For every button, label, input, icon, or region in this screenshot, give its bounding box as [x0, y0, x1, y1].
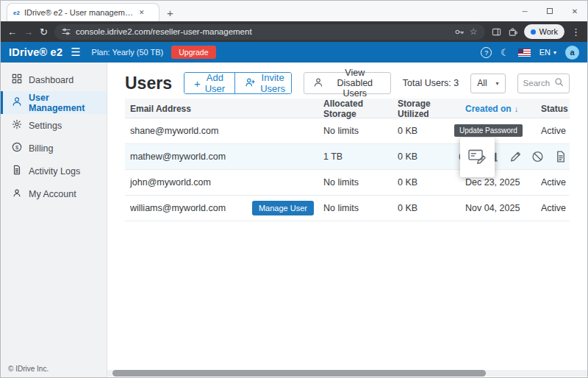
column-header-status: Status: [536, 104, 571, 114]
sidebar-item-dashboard[interactable]: Dashboard: [1, 68, 107, 91]
language-label: EN: [539, 48, 551, 57]
allocated-storage: No limits: [318, 177, 392, 188]
view-disabled-users-button[interactable]: View Disabled Users: [304, 72, 391, 94]
app-header: IDrive® e2 ☰ Plan: Yearly (50 TB) Upgrad…: [1, 42, 587, 63]
storage-utilized: 0 KB: [392, 151, 460, 162]
browser-profile-chip[interactable]: Work: [524, 24, 564, 39]
user-logs-icon[interactable]: [554, 151, 567, 163]
disable-user-icon[interactable]: [531, 151, 544, 163]
upgrade-button[interactable]: Upgrade: [171, 46, 215, 59]
user-email: mathew@myworld.com: [125, 151, 318, 162]
plus-icon: +: [194, 77, 201, 90]
site-info-icon[interactable]: [62, 27, 71, 36]
sidebar-item-user-management[interactable]: User Management: [1, 91, 107, 114]
sidebar-item-my-account[interactable]: My Account: [1, 182, 107, 205]
column-header-created-on[interactable]: Created on ↓: [460, 104, 536, 114]
window-close-button[interactable]: ✕: [562, 1, 587, 21]
status-label: Active: [536, 126, 571, 136]
invite-user-icon: [245, 77, 256, 90]
sidebar-item-label: Billing: [29, 143, 53, 154]
refresh-icon[interactable]: ↻: [40, 27, 48, 37]
total-users-label: Total Users: 3: [403, 78, 459, 88]
sidebar-item-label: Settings: [29, 121, 62, 131]
created-on-label: Created on: [465, 104, 512, 114]
user-icon: [12, 96, 22, 109]
email-cell: williams@myworld.com Manage User: [125, 201, 318, 215]
user-filter-select[interactable]: All ▾: [470, 74, 505, 93]
sidebar-item-activity-logs[interactable]: Activity Logs: [1, 160, 107, 182]
horizontal-scrollbar-thumb[interactable]: [112, 370, 486, 377]
filter-value: All: [477, 78, 487, 88]
user-email: shane@myworld.com: [125, 126, 318, 136]
allocated-storage: 1 TB: [318, 151, 392, 162]
sidebar-item-billing[interactable]: $ Billing: [1, 137, 107, 160]
window-controls: ─ ✕: [512, 1, 587, 21]
table-row[interactable]: john@myworld.com No limits 0 KB Dec 23, …: [125, 170, 570, 196]
chevron-down-icon: ▾: [553, 49, 556, 56]
user-email: williams@myworld.com: [130, 203, 226, 213]
created-on: Dec 23, 2025: [460, 177, 536, 188]
dashboard-icon: [12, 74, 22, 86]
allocated-storage: No limits: [318, 203, 392, 213]
copyright-label: © IDrive Inc.: [8, 365, 49, 373]
bookmark-star-icon[interactable]: ☆: [470, 26, 478, 37]
search-icon[interactable]: [554, 76, 564, 90]
us-flag-icon: [518, 49, 531, 57]
browser-tab[interactable]: e2 IDrive® e2 - User management ✕: [7, 3, 159, 21]
browser-window: e2 IDrive® e2 - User management ✕ + ─ ✕ …: [0, 0, 588, 378]
hamburger-menu-icon[interactable]: ☰: [71, 46, 80, 59]
column-header-email: Email Address: [125, 104, 318, 114]
svg-text:$: $: [15, 144, 19, 151]
tab-close-icon[interactable]: ✕: [139, 9, 145, 16]
update-password-popup[interactable]: [460, 138, 495, 177]
extensions-icon[interactable]: [508, 27, 517, 37]
app-body: Dashboard User Management Settings $ Bil…: [1, 63, 587, 378]
window-maximize-button[interactable]: [537, 1, 562, 21]
browser-menu-icon[interactable]: ⋮: [571, 26, 581, 38]
invite-users-label: Invite Users: [260, 72, 285, 94]
sidebar-item-label: User Management: [29, 93, 107, 113]
storage-utilized: 0 KB: [392, 126, 460, 136]
sidebar-item-settings[interactable]: Settings: [1, 114, 107, 137]
add-user-label: Add User: [205, 72, 225, 94]
column-header-utilized: Storage Utilized: [392, 99, 460, 119]
horizontal-scrollbar-track[interactable]: [107, 370, 587, 377]
password-key-icon[interactable]: [455, 28, 465, 36]
update-password-icon[interactable]: [467, 147, 487, 168]
table-row[interactable]: williams@myworld.com Manage User No limi…: [125, 196, 570, 221]
update-password-tooltip: Update Password: [454, 124, 523, 137]
url-text[interactable]: console.idrive2.com/reseller-user-manage…: [76, 27, 450, 36]
table-row[interactable]: mathew@myworld.com 1 TB 0 KB: [125, 144, 570, 170]
edit-pencil-icon[interactable]: [509, 151, 522, 163]
site-favicon: e2: [13, 10, 20, 16]
sidebar: Dashboard User Management Settings $ Bil…: [1, 63, 107, 378]
new-tab-button[interactable]: +: [167, 7, 173, 19]
search-input[interactable]: [523, 79, 551, 88]
user-actions-group: + Add User Invite Users: [184, 72, 292, 94]
address-bar[interactable]: console.idrive2.com/reseller-user-manage…: [54, 24, 485, 40]
invite-users-button[interactable]: Invite Users: [234, 73, 292, 93]
page-controls: Users + Add User Invite Users View Disab…: [125, 71, 570, 96]
sidebar-item-label: Dashboard: [29, 75, 74, 85]
user-avatar[interactable]: a: [565, 46, 579, 60]
manage-user-button[interactable]: Manage User: [252, 201, 314, 215]
header-right-group: ? ☾ EN ▾ a: [481, 46, 579, 60]
help-icon[interactable]: ?: [481, 47, 492, 58]
side-panel-icon[interactable]: [492, 27, 501, 37]
gear-icon: [12, 119, 22, 132]
sidebar-item-label: Activity Logs: [29, 166, 80, 176]
disabled-user-icon: [313, 77, 323, 90]
profile-dot-icon: [531, 29, 536, 35]
created-on: Nov 04, 2025: [460, 203, 536, 213]
add-user-button[interactable]: + Add User: [184, 73, 234, 93]
storage-utilized: 0 KB: [392, 203, 460, 213]
document-icon: [12, 165, 22, 177]
language-selector[interactable]: EN ▾: [539, 48, 556, 57]
users-page: Users + Add User Invite Users View Disab…: [107, 63, 587, 378]
idrive-e2-logo: IDrive® e2: [9, 46, 62, 58]
forward-icon[interactable]: →: [24, 27, 33, 37]
tab-strip: e2 IDrive® e2 - User management ✕ + ─ ✕: [1, 1, 587, 21]
window-minimize-button[interactable]: ─: [512, 1, 537, 21]
dark-mode-moon-icon[interactable]: ☾: [501, 47, 509, 58]
back-icon[interactable]: ←: [7, 27, 17, 37]
